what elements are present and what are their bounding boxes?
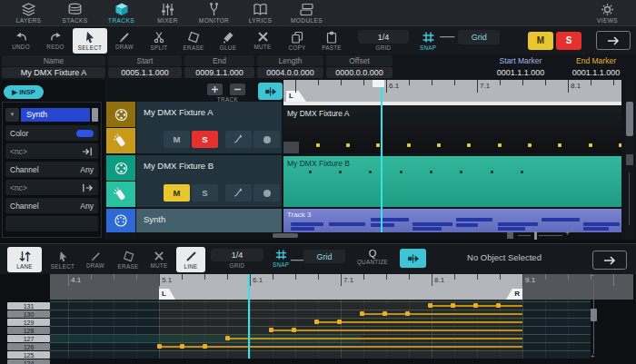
automation-point[interactable] xyxy=(473,303,478,308)
track-row-fixture-a[interactable]: My DMX Fixture A M S xyxy=(106,102,282,153)
auto-scroll-button[interactable] xyxy=(400,249,426,268)
automation-dot[interactable] xyxy=(430,171,432,173)
automation-point[interactable] xyxy=(157,344,162,349)
loop-start-flag[interactable]: L xyxy=(286,91,306,102)
zoom-minus[interactable] xyxy=(518,235,531,236)
midi-note[interactable] xyxy=(371,218,409,221)
glue-tool-button[interactable]: GLUE xyxy=(211,28,245,54)
automation-dot[interactable] xyxy=(309,171,312,173)
inspector-row-input[interactable]: <nc> xyxy=(5,143,98,159)
automation-dot[interactable] xyxy=(376,143,380,147)
track-row-fixture-b[interactable]: My DMX Fixture B M S xyxy=(106,155,282,207)
selector-scroll-handle[interactable] xyxy=(92,108,98,122)
mute-tool-button[interactable]: MUTE xyxy=(144,247,174,272)
automation-point[interactable] xyxy=(269,328,273,332)
editor-ruler[interactable]: 4.15.16.17.18.19.1LR xyxy=(50,274,633,300)
nav-item-layers[interactable]: LAYERS xyxy=(5,0,52,25)
automation-point[interactable] xyxy=(360,311,364,316)
track-record-button[interactable] xyxy=(253,184,280,202)
clip-resize-handle[interactable] xyxy=(283,142,299,153)
playhead-handle[interactable] xyxy=(373,80,384,87)
global-solo-button[interactable]: S xyxy=(556,32,581,50)
inspector-row-color[interactable]: Color xyxy=(5,125,98,141)
grid-value-box[interactable]: 1/4 xyxy=(358,30,409,44)
copy-button[interactable]: COPY xyxy=(280,28,314,54)
midi-note[interactable] xyxy=(498,227,525,231)
midi-note[interactable] xyxy=(498,222,538,226)
automation-point[interactable] xyxy=(405,311,410,316)
track-name[interactable]: My DMX Fixture A xyxy=(144,107,214,117)
snap-group[interactable]: SNAP xyxy=(420,31,436,51)
timeline-ruler[interactable]: L 6.17.18.1 xyxy=(283,80,621,102)
lane-tool-button[interactable]: LANE xyxy=(7,247,42,272)
global-mute-button[interactable]: M xyxy=(528,32,553,50)
end-value[interactable]: 0009.1.1.000 xyxy=(184,67,254,78)
automation-point[interactable] xyxy=(292,328,296,332)
automation-dot[interactable] xyxy=(498,143,502,147)
inspector-row-output[interactable]: <nc> xyxy=(5,180,98,195)
editor-playhead[interactable] xyxy=(248,274,250,359)
automation-dot[interactable] xyxy=(339,171,342,173)
timeline-hscrollbar[interactable]: + xyxy=(136,232,621,240)
track-row-synth[interactable]: Synth xyxy=(106,209,282,232)
automation-line[interactable] xyxy=(227,338,522,339)
midi-note[interactable] xyxy=(542,218,580,221)
track-record-button[interactable] xyxy=(253,131,280,148)
paste-button[interactable]: PASTE xyxy=(314,28,349,54)
inspector-row-partial[interactable] xyxy=(5,216,98,231)
expand-toolbar-button[interactable] xyxy=(596,31,631,50)
lane-label[interactable]: 127 xyxy=(7,335,50,342)
fixture-beam-icon[interactable] xyxy=(106,182,135,207)
automation-dot[interactable] xyxy=(407,143,411,147)
inspector-row-channel-out[interactable]: Channel Any xyxy=(5,198,98,213)
zoom-widget-box[interactable] xyxy=(507,232,513,239)
midi-note[interactable] xyxy=(329,222,365,226)
automation-dot[interactable] xyxy=(437,143,441,147)
track-solo-button[interactable]: S xyxy=(192,184,218,202)
automation-dot[interactable] xyxy=(316,143,320,147)
automation-dot[interactable] xyxy=(558,143,561,147)
clip-fixture-b[interactable]: My DMX Fixture B xyxy=(283,156,621,207)
nav-item-lyrics[interactable]: LYRICS xyxy=(237,0,283,25)
lane-label[interactable]: 129 xyxy=(7,319,50,326)
nav-item-mixer[interactable]: MIXER xyxy=(144,0,191,25)
automation-dot[interactable] xyxy=(346,143,350,147)
mute-tool-button[interactable]: MUTE xyxy=(245,28,280,54)
nav-item-tracks[interactable]: TRACKS xyxy=(98,0,144,25)
selector-value[interactable]: Synth xyxy=(21,108,90,122)
line-tool-button[interactable]: LINE xyxy=(176,247,205,272)
automation-dot[interactable] xyxy=(467,143,471,147)
lane-label[interactable]: 128 xyxy=(7,327,50,334)
snap-mode-dropdown[interactable]: Grid xyxy=(303,250,345,263)
nav-item-monitor[interactable]: MONITOR xyxy=(191,0,237,25)
redo-button[interactable]: REDO xyxy=(38,28,73,54)
track-selector[interactable]: ▼ Synth xyxy=(5,106,98,123)
zoom-slider-thumb[interactable] xyxy=(534,231,537,240)
automation-line[interactable] xyxy=(316,321,522,323)
expand-toolbar-button[interactable] xyxy=(592,251,627,270)
lane-label[interactable]: 131 xyxy=(7,302,50,310)
automation-point[interactable] xyxy=(314,320,319,324)
vscroll-thumb[interactable] xyxy=(626,102,633,136)
fixture-beam-icon[interactable] xyxy=(106,128,135,153)
track-solo-button[interactable]: S xyxy=(192,131,218,148)
start-marker-value[interactable]: 0001.1.1.000 xyxy=(485,67,556,78)
start-value[interactable]: 0005.1.1.000 xyxy=(108,67,182,78)
automation-point[interactable] xyxy=(180,344,184,349)
draw-tool-button[interactable]: DRAW xyxy=(107,28,142,54)
inspector-row-channel-in[interactable]: Channel Any xyxy=(5,162,98,177)
automation-dot[interactable] xyxy=(460,171,462,173)
grid-value-box[interactable]: 1/4 xyxy=(211,249,263,261)
track-mute-button[interactable]: M xyxy=(164,131,190,148)
timeline-vscrollbar[interactable] xyxy=(625,80,634,240)
midi-note[interactable] xyxy=(583,227,609,231)
playhead[interactable] xyxy=(381,80,383,232)
midi-note[interactable] xyxy=(371,223,394,227)
automation-point[interactable] xyxy=(428,303,432,308)
offset-value[interactable]: 0000.0.0.000 xyxy=(326,67,393,78)
selector-dropdown-icon[interactable]: ▼ xyxy=(5,108,19,122)
midi-note[interactable] xyxy=(583,222,620,226)
automation-dot[interactable] xyxy=(528,143,532,147)
automation-point[interactable] xyxy=(383,311,387,316)
length-value[interactable]: 0004.0.0.000 xyxy=(257,67,323,78)
